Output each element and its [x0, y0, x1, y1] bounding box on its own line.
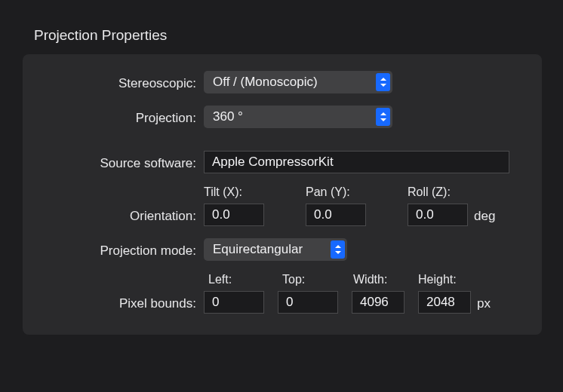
- input-roll[interactable]: [408, 204, 468, 226]
- label-source-software: Source software:: [38, 156, 204, 173]
- row-projection-mode: Projection mode: Equirectangular: [38, 238, 522, 261]
- row-orientation: Orientation: Tilt (X): Pan (Y): Roll (Z)…: [38, 185, 522, 226]
- select-stereoscopic-value: Off / (Monoscopic): [213, 75, 318, 90]
- label-width: Width:: [352, 273, 405, 286]
- updown-icon: [376, 73, 390, 91]
- orientation-group: Tilt (X): Pan (Y): Roll (Z):: [204, 185, 468, 226]
- input-left[interactable]: [204, 291, 264, 314]
- input-top[interactable]: [278, 291, 338, 314]
- col-left: Left:: [204, 273, 264, 314]
- input-height[interactable]: [418, 291, 471, 314]
- updown-icon: [331, 240, 345, 259]
- row-pixel-bounds: Pixel bounds: Left: Top: Width: Height: …: [38, 273, 522, 314]
- updown-icon: [376, 108, 390, 126]
- col-tilt: Tilt (X):: [204, 185, 264, 226]
- input-width[interactable]: [352, 291, 405, 314]
- row-source-software: Source software:: [38, 151, 522, 173]
- label-pan: Pan (Y):: [306, 185, 366, 199]
- col-top: Top:: [278, 273, 338, 314]
- projection-properties-panel: Stereoscopic: Off / (Monoscopic) Project…: [23, 54, 542, 335]
- select-projection[interactable]: 360 °: [204, 106, 392, 128]
- label-top: Top:: [278, 273, 338, 286]
- col-roll: Roll (Z):: [408, 185, 468, 226]
- select-projection-value: 360 °: [213, 109, 243, 124]
- col-pan: Pan (Y):: [306, 185, 366, 226]
- label-orientation: Orientation:: [38, 209, 204, 226]
- label-projection-mode: Projection mode:: [38, 243, 204, 261]
- input-tilt[interactable]: [204, 204, 264, 226]
- select-projection-mode-value: Equirectangular: [213, 242, 303, 257]
- col-width: Width:: [352, 273, 405, 314]
- select-stereoscopic[interactable]: Off / (Monoscopic): [204, 71, 392, 93]
- unit-deg: deg: [474, 209, 495, 226]
- pixel-bounds-group: Left: Top: Width: Height:: [204, 273, 471, 314]
- label-stereoscopic: Stereoscopic:: [38, 76, 204, 93]
- label-pixel-bounds: Pixel bounds:: [38, 296, 204, 314]
- row-stereoscopic: Stereoscopic: Off / (Monoscopic): [38, 71, 522, 93]
- label-height: Height:: [418, 273, 471, 286]
- input-source-software[interactable]: [204, 151, 509, 173]
- unit-px: px: [477, 296, 491, 314]
- input-pan[interactable]: [306, 204, 366, 226]
- label-roll: Roll (Z):: [408, 185, 468, 199]
- label-tilt: Tilt (X):: [204, 185, 264, 199]
- label-left: Left:: [204, 273, 264, 286]
- select-projection-mode[interactable]: Equirectangular: [204, 238, 347, 261]
- row-projection: Projection: 360 °: [38, 106, 522, 128]
- label-projection: Projection:: [38, 111, 204, 128]
- panel-title: Projection Properties: [0, 0, 563, 54]
- col-height: Height:: [418, 273, 471, 314]
